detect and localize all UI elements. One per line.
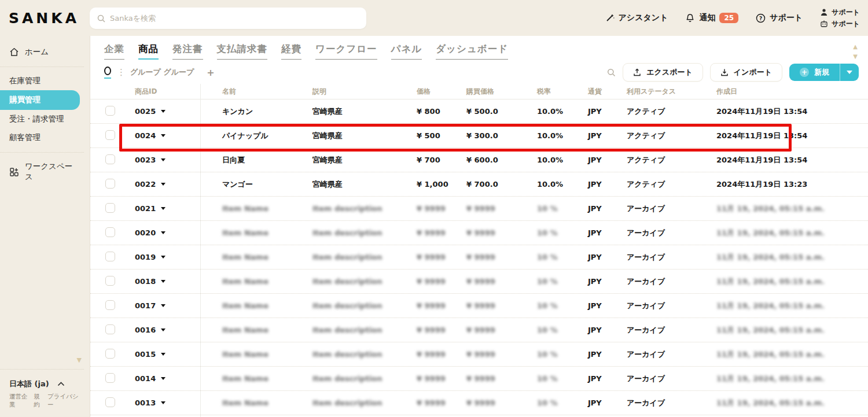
chevron-down-icon[interactable] — [161, 183, 165, 186]
chevron-down-icon[interactable] — [161, 280, 165, 283]
sidebar-item[interactable]: 受注・請求管理 — [0, 110, 90, 128]
tab[interactable]: 経費 — [281, 43, 301, 60]
sidebar-item[interactable]: 顧客管理 — [0, 128, 90, 147]
sidebar-scroll-down-icon[interactable]: ▼ — [0, 356, 90, 364]
column-header[interactable]: 説明 — [303, 87, 407, 97]
tab[interactable]: 商品 — [138, 43, 159, 60]
row-checkbox[interactable] — [105, 324, 115, 334]
column-header[interactable]: 名前 — [200, 87, 303, 97]
row-currency: JPY — [579, 180, 617, 189]
table-row[interactable]: 0020 Item Name Item description ¥ 9999 ¥… — [90, 221, 868, 245]
table-row[interactable]: 0015 Item Name Item description ¥ 9999 ¥… — [90, 342, 868, 367]
tab[interactable]: パネル — [391, 43, 422, 60]
chevron-down-icon[interactable] — [161, 231, 165, 234]
row-currency: JPY — [579, 374, 617, 383]
table-row[interactable]: 0023 日向夏 宮崎県産 ¥ 700 ¥ 600.0 10.0% JPY アク… — [90, 148, 868, 172]
row-checkbox[interactable] — [105, 203, 115, 213]
tab-scroll-down-icon[interactable]: ▼ — [853, 54, 858, 60]
table-row[interactable]: 0016 Item Name Item description ¥ 9999 ¥… — [90, 318, 868, 342]
table-row[interactable]: 0022 マンゴー 宮崎県産 ¥ 1,000 ¥ 700.0 10.0% JPY… — [90, 172, 868, 197]
row-id: 0021 — [135, 204, 156, 213]
chevron-down-icon[interactable] — [161, 158, 165, 161]
footer-link-terms[interactable]: 規約 — [34, 393, 45, 409]
row-checkbox[interactable] — [105, 276, 115, 286]
sidebar-item-home[interactable]: ホーム — [0, 43, 90, 61]
footer-link-privacy[interactable]: プライバシー — [47, 393, 80, 409]
language-selector[interactable]: 日本語 (ja) — [0, 374, 90, 390]
group-by-control[interactable]: グループ グループ — [130, 67, 194, 78]
row-created-date: 11月 19, 2024, 05:15 a.m. — [707, 228, 868, 238]
table-row[interactable]: 0021 Item Name Item description ¥ 9999 ¥… — [90, 197, 868, 221]
row-checkbox[interactable] — [105, 130, 115, 140]
chevron-down-icon[interactable] — [161, 110, 165, 113]
row-checkbox[interactable] — [105, 179, 115, 189]
chevron-down-icon[interactable] — [161, 329, 165, 331]
table-row[interactable]: 0025 キンカン 宮崎県産 ¥ 800 ¥ 500.0 10.0% JPY ア… — [90, 99, 868, 124]
new-dropdown-button[interactable] — [840, 64, 859, 81]
column-header[interactable]: 利用ステータス — [617, 87, 707, 97]
chevron-down-icon[interactable] — [161, 134, 165, 137]
row-currency: JPY — [579, 156, 617, 164]
row-checkbox[interactable] — [105, 397, 115, 407]
chevron-down-icon[interactable] — [161, 207, 165, 210]
row-checkbox[interactable] — [105, 373, 115, 383]
account-menu[interactable]: サポート サポート — [820, 8, 860, 29]
notifications-button[interactable]: 通知 25 — [685, 13, 738, 23]
row-price: ¥ 9999 — [407, 204, 457, 213]
search-input[interactable] — [110, 14, 359, 23]
chevron-down-icon[interactable] — [161, 377, 165, 380]
sidebar-item[interactable]: 購買管理 — [0, 90, 80, 110]
row-checkbox[interactable] — [105, 349, 115, 359]
sidebar-item[interactable]: 在庫管理 — [0, 72, 90, 90]
kebab-menu-icon[interactable]: ⋮ — [117, 67, 126, 78]
row-currency: JPY — [579, 326, 617, 334]
tab[interactable]: ダッシュボード — [436, 43, 508, 60]
footer-link-company[interactable]: 運営企業 — [9, 393, 31, 409]
row-checkbox[interactable] — [105, 227, 115, 237]
table-row[interactable]: 0017 Item Name Item description ¥ 9999 ¥… — [90, 294, 868, 318]
row-id: 0022 — [135, 180, 156, 189]
table-row[interactable]: 0014 Item Name Item description ¥ 9999 ¥… — [90, 367, 868, 391]
new-button-label: 新規 — [814, 67, 829, 78]
assistant-button[interactable]: アシスタント — [605, 13, 668, 23]
sidebar-item-workspace[interactable]: ワークスペース — [0, 157, 90, 186]
table-search-icon[interactable] — [607, 68, 616, 77]
row-checkbox[interactable] — [105, 252, 115, 261]
tab-scroll-up-icon[interactable]: ▲ — [853, 44, 858, 50]
tab-label: ダッシュボード — [436, 43, 508, 54]
tab[interactable]: 発注書 — [172, 43, 203, 60]
row-checkbox[interactable] — [105, 154, 115, 164]
view-tab-circle[interactable] — [104, 67, 111, 79]
column-header[interactable]: 購買価格 — [457, 87, 528, 97]
export-button[interactable]: エクスポート — [623, 63, 703, 82]
table-row-highlighted[interactable]: 0024 パイナップル 宮崎県産 ¥ 500 ¥ 300.0 10.0% JPY… — [90, 124, 868, 148]
chevron-down-icon[interactable] — [161, 256, 165, 259]
add-view-button[interactable]: + — [207, 67, 214, 78]
column-header[interactable]: 作成日 — [707, 87, 868, 97]
row-created-date: 2024年11月19日 13:54 — [707, 155, 868, 165]
chevron-down-icon[interactable] — [161, 304, 165, 307]
table-row[interactable]: 0019 Item Name Item description ¥ 9999 ¥… — [90, 245, 868, 270]
table-row[interactable]: 0013 Item Name Item description ¥ 9999 ¥… — [90, 391, 868, 415]
tab[interactable]: 企業 — [104, 43, 124, 60]
row-status: アーカイブ — [617, 252, 707, 263]
column-header[interactable]: 税率 — [528, 87, 579, 97]
chevron-down-icon[interactable] — [161, 401, 165, 404]
chevron-down-icon[interactable] — [161, 353, 165, 356]
tab[interactable]: ワークフロー — [315, 43, 377, 60]
global-search[interactable] — [90, 8, 366, 29]
import-button[interactable]: インポート — [710, 63, 782, 82]
column-header[interactable]: 価格 — [407, 87, 457, 97]
column-header[interactable]: 商品ID — [127, 87, 200, 97]
support-button[interactable]: ? サポート — [756, 13, 803, 23]
table-row[interactable]: 0018 Item Name Item description ¥ 9999 ¥… — [90, 270, 868, 294]
row-currency: JPY — [579, 228, 617, 237]
tab-scroll-arrows[interactable]: ▲ ▼ — [853, 44, 858, 60]
row-checkbox[interactable] — [105, 106, 115, 116]
new-button[interactable]: + 新規 — [789, 64, 840, 81]
tab[interactable]: 支払請求書 — [217, 43, 268, 60]
column-header[interactable]: 通貨 — [579, 87, 617, 97]
row-checkbox[interactable] — [105, 300, 115, 310]
bell-icon — [685, 13, 695, 23]
row-status: アクティブ — [617, 179, 707, 190]
